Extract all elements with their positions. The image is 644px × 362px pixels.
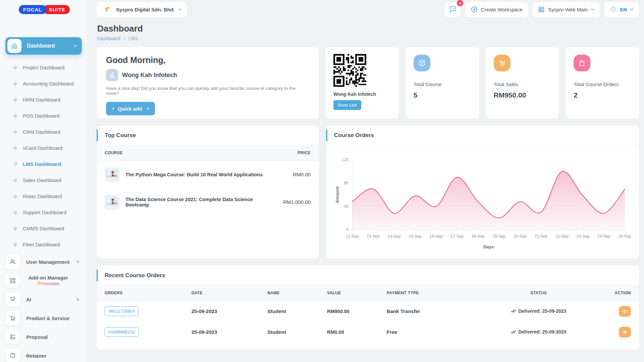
- sidebar-item-project-dashboard[interactable]: Project Dashboard: [0, 59, 87, 75]
- recent-orders-table: ORDERS DATE NAME VALUE PAYMENT TYPE STAT…: [97, 285, 639, 343]
- main-content: Syspro Digital Sdn. Bhd. 0 Create Worksp…: [87, 0, 644, 362]
- accent-bar: [97, 269, 98, 282]
- svg-text:22-Sep: 22-Sep: [555, 234, 569, 239]
- sidebar: FOCAL SUITE Dashboard Project Dashboard …: [0, 0, 87, 362]
- view-order-button[interactable]: [619, 306, 631, 317]
- svg-text:13-Sep: 13-Sep: [367, 234, 380, 239]
- stat-card-total-course-orders: Total Course Orders 2: [566, 47, 639, 118]
- status-badge: Delivered: 25-09-2023: [511, 308, 566, 314]
- order-value: RM0.00: [319, 322, 379, 343]
- store-qr-card: Wong Kah Infotech Store Link: [325, 47, 399, 118]
- sidebar-item-addon-manager[interactable]: Add-on Manager Premium: [0, 271, 87, 290]
- middle-row: Top Course COURSE PRICE The Python Mega …: [97, 126, 639, 258]
- brand-logo-focal: FOCAL: [19, 5, 47, 14]
- order-payment-type: Free: [379, 322, 471, 343]
- sidebar-item-accounting-dashboard[interactable]: Accounting Dashboard: [0, 75, 87, 92]
- sidebar-item-label: Retainer: [26, 353, 79, 359]
- sidebar-item-vcard-dashboard[interactable]: vCard Dashboard: [0, 140, 87, 156]
- sidebar-item-lms-dashboard[interactable]: LMS Dashboard: [0, 156, 87, 172]
- course-title: The Data Science Course 2021: Complete D…: [125, 197, 267, 207]
- table-row[interactable]: The Data Science Course 2021: Complete D…: [97, 188, 319, 216]
- sidebar-item-dashboard[interactable]: Dashboard: [5, 37, 82, 55]
- order-name: Student: [259, 301, 319, 322]
- quick-add-button[interactable]: + Quick add ▼: [106, 102, 155, 115]
- svg-text:0: 0: [346, 227, 348, 232]
- app-selector[interactable]: Syspro Web Main: [533, 2, 600, 17]
- create-workspace-button[interactable]: Create Workspace: [466, 2, 528, 17]
- order-date: 25-09-2023: [183, 322, 259, 343]
- sidebar-item-label: Accounting Dashboard: [23, 81, 74, 86]
- sidebar-item-label: Sales Dashboard: [23, 177, 61, 183]
- store-name: Wong Kah Infotech: [333, 92, 391, 97]
- svg-text:15-Sep: 15-Sep: [409, 234, 422, 239]
- plus-circle-icon: [471, 6, 478, 13]
- course-price: RM1,000.00: [275, 188, 319, 216]
- svg-text:25-Sep: 25-Sep: [619, 234, 631, 239]
- store-qr-code: [333, 54, 366, 87]
- sidebar-item-user-management[interactable]: User Management >: [0, 252, 87, 271]
- breadcrumb-separator: ›: [124, 36, 125, 41]
- sidebar-item-label: CMMS Dashboard: [23, 226, 64, 231]
- sidebar-item-label: HRM Dashboard: [23, 97, 60, 103]
- sidebar-item-product-service[interactable]: Product & Service: [0, 309, 87, 327]
- column-header-orders: ORDERS: [97, 285, 183, 301]
- home-icon: [7, 39, 21, 53]
- workspace-selector[interactable]: Syspro Digital Sdn. Bhd.: [97, 2, 187, 17]
- svg-text:120: 120: [342, 158, 348, 162]
- svg-text:14-Sep: 14-Sep: [388, 234, 401, 239]
- double-check-icon: [511, 330, 516, 334]
- sidebar-item-pos-dashboard[interactable]: POS Dashboard: [0, 108, 87, 124]
- sidebar-item-fleet-dashboard[interactable]: Fleet Dashboard: [0, 236, 87, 252]
- sidebar-item-ai[interactable]: AI >: [0, 290, 87, 309]
- sidebar-item-label: vCard Dashboard: [23, 145, 62, 151]
- double-check-icon: [511, 309, 516, 313]
- view-order-button[interactable]: [619, 327, 631, 338]
- sidebar-item-rotas-dashboard[interactable]: Rotas Dashboard: [0, 188, 87, 204]
- svg-text:20-Sep: 20-Sep: [514, 234, 527, 239]
- order-id-button[interactable]: #6511725603: [105, 306, 139, 316]
- building-icon: [106, 69, 118, 81]
- modules-icon: [5, 273, 20, 288]
- premium-badge: Premium: [38, 281, 59, 286]
- caret-down-icon: ▼: [146, 107, 150, 111]
- brand-logo[interactable]: FOCAL SUITE: [0, 0, 87, 19]
- column-header-status: STATUS: [471, 285, 606, 301]
- messages-button[interactable]: 0: [445, 2, 461, 17]
- stats-row: Good Morning, Wong Kah Infotech Have a n…: [97, 47, 639, 118]
- course-orders-title: Course Orders: [334, 132, 374, 139]
- column-header-price: PRICE: [275, 145, 319, 161]
- svg-text:12-Sep: 12-Sep: [346, 234, 359, 239]
- stat-card-total-course: Total Course 5: [406, 47, 479, 118]
- area-chart: 0408012012-Sep13-Sep14-Sep15-Sep16-Sep17…: [334, 150, 631, 251]
- sidebar-item-sales-dashboard[interactable]: Sales Dashboard: [0, 172, 87, 188]
- table-row[interactable]: The Python Mega Course: Build 10 Real Wo…: [97, 161, 319, 188]
- sidebar-item-cmms-dashboard[interactable]: CMMS Dashboard: [0, 220, 87, 236]
- sidebar-item-hrm-dashboard[interactable]: HRM Dashboard: [0, 92, 87, 108]
- stat-label: Total Sales: [494, 81, 551, 87]
- sidebar-item-retainer[interactable]: Retainer: [0, 346, 87, 362]
- quick-add-label: Quick add: [118, 106, 142, 112]
- order-id-button[interactable]: #1695645152: [105, 327, 139, 337]
- store-link-button[interactable]: Store Link: [333, 100, 361, 110]
- recent-orders-header: Recent Course Orders: [97, 266, 639, 285]
- top-course-card: Top Course COURSE PRICE The Python Mega …: [97, 126, 319, 258]
- page-head: Dashboard Dashboard › LMS: [97, 23, 639, 41]
- bullet-icon: [14, 65, 18, 69]
- language-selector[interactable]: EN: [604, 2, 639, 17]
- breadcrumb-current: LMS: [128, 36, 138, 41]
- chevron-down-icon: [178, 8, 181, 10]
- svg-text:Amount: Amount: [335, 186, 340, 203]
- sidebar-item-crm-dashboard[interactable]: CRM Dashboard: [0, 124, 87, 140]
- bullet-icon: [14, 210, 18, 214]
- accent-bar: [326, 129, 327, 141]
- sidebar-item-proposal[interactable]: Proposal: [0, 327, 87, 346]
- stat-value: 5: [414, 91, 471, 99]
- brand-logo-suite: SUITE: [43, 5, 70, 14]
- breadcrumb-dashboard[interactable]: Dashboard: [97, 36, 120, 41]
- stat-value: RM950.00: [494, 91, 551, 99]
- course-thumbnail: [105, 195, 119, 209]
- chevron-down-icon: [591, 8, 594, 10]
- sidebar-item-support-dashboard[interactable]: Support Dashboard: [0, 204, 87, 220]
- status-text: Delivered: 25-09-2023: [518, 308, 566, 314]
- retainer-icon: [5, 348, 20, 362]
